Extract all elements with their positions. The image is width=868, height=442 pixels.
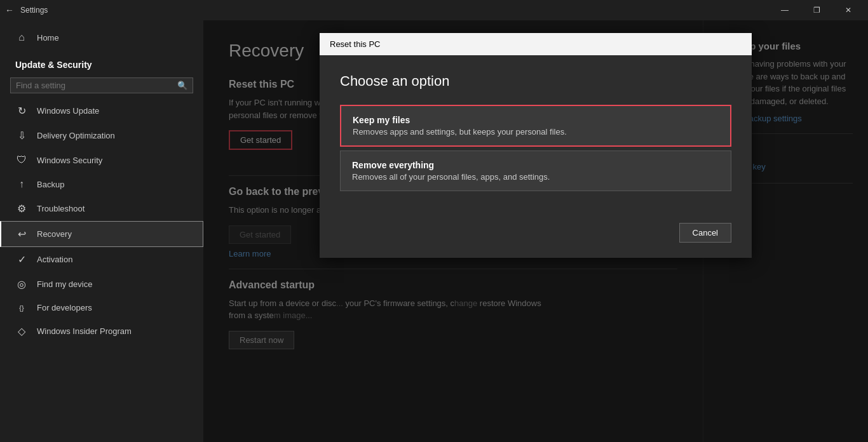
sidebar-item-home[interactable]: ⌂ Home [0,25,203,50]
sidebar-item-find-my-device[interactable]: ◎ Find my device [0,272,203,297]
minimize-button[interactable]: — [770,0,799,20]
activation-icon: ✓ [15,253,28,265]
sidebar-item-troubleshoot[interactable]: ⚙ Troubleshoot [0,196,203,221]
modal-header-title: Reset this PC [330,39,380,49]
window-controls: — ❐ ✕ [770,0,863,20]
sidebar-item-activation-label: Activation [37,255,72,264]
remove-everything-option[interactable]: Remove everything Removes all of your pe… [340,151,731,191]
maximize-button[interactable]: ❐ [802,0,831,20]
close-button[interactable]: ✕ [834,0,863,20]
remove-everything-desc: Removes all of your personal files, apps… [352,172,719,182]
app-title: Settings [20,6,770,15]
recovery-icon: ↩ [15,228,28,240]
find-my-device-icon: ◎ [15,278,28,290]
sidebar-item-windows-security-label: Windows Security [37,156,102,165]
windows-insider-icon: ◇ [15,325,28,337]
sidebar-item-for-developers-label: For developers [37,303,92,312]
sidebar: ⌂ Home Update & Security 🔍 ↻ Windows Upd… [0,20,203,442]
title-bar: ← Settings — ❐ ✕ [0,0,868,20]
sidebar-item-delivery-optimization-label: Delivery Optimization [37,131,115,140]
keep-files-option[interactable]: Keep my files Removes apps and settings,… [340,105,731,147]
modal-body: Choose an option Keep my files Removes a… [320,55,752,213]
sidebar-item-delivery-optimization[interactable]: ⇩ Delivery Optimization [0,123,203,148]
search-input[interactable] [16,81,177,90]
delivery-optimization-icon: ⇩ [15,130,28,142]
sidebar-section-title: Update & Security [0,50,203,75]
modal-overlay: Reset this PC Choose an option Keep my f… [203,20,868,442]
windows-update-icon: ↻ [15,105,28,117]
sidebar-item-find-my-device-label: Find my device [37,279,92,289]
back-button[interactable]: ← [5,5,14,15]
app-body: ⌂ Home Update & Security 🔍 ↻ Windows Upd… [0,20,868,442]
sidebar-item-windows-security[interactable]: 🛡 Windows Security [0,148,203,172]
sidebar-item-home-label: Home [37,33,59,43]
sidebar-item-recovery-label: Recovery [37,229,72,239]
keep-files-desc: Removes apps and settings, but keeps you… [353,127,719,137]
keep-files-title: Keep my files [353,115,719,125]
for-developers-icon: {} [15,304,28,312]
sidebar-item-windows-update[interactable]: ↻ Windows Update [0,98,203,123]
sidebar-item-windows-insider-label: Windows Insider Program [37,326,132,336]
windows-security-icon: 🛡 [15,154,28,166]
sidebar-item-activation[interactable]: ✓ Activation [0,247,203,272]
backup-icon: ↑ [15,178,28,190]
sidebar-item-for-developers[interactable]: {} For developers [0,297,203,319]
sidebar-item-windows-insider[interactable]: ◇ Windows Insider Program [0,319,203,344]
search-box: 🔍 [10,77,193,93]
modal-title: Choose an option [340,73,731,90]
sidebar-item-backup[interactable]: ↑ Backup [0,172,203,196]
modal-footer: Cancel [320,213,752,258]
reset-pc-modal: Reset this PC Choose an option Keep my f… [320,33,752,258]
sidebar-item-troubleshoot-label: Troubleshoot [37,204,85,213]
troubleshoot-icon: ⚙ [15,203,28,215]
search-icon: 🔍 [177,81,187,90]
modal-cancel-button[interactable]: Cancel [679,223,731,243]
sidebar-item-backup-label: Backup [37,180,64,189]
modal-header: Reset this PC [320,33,752,55]
home-icon: ⌂ [15,32,28,43]
sidebar-item-windows-update-label: Windows Update [37,106,99,116]
sidebar-item-recovery[interactable]: ↩ Recovery [0,221,203,247]
remove-everything-title: Remove everything [352,160,719,170]
